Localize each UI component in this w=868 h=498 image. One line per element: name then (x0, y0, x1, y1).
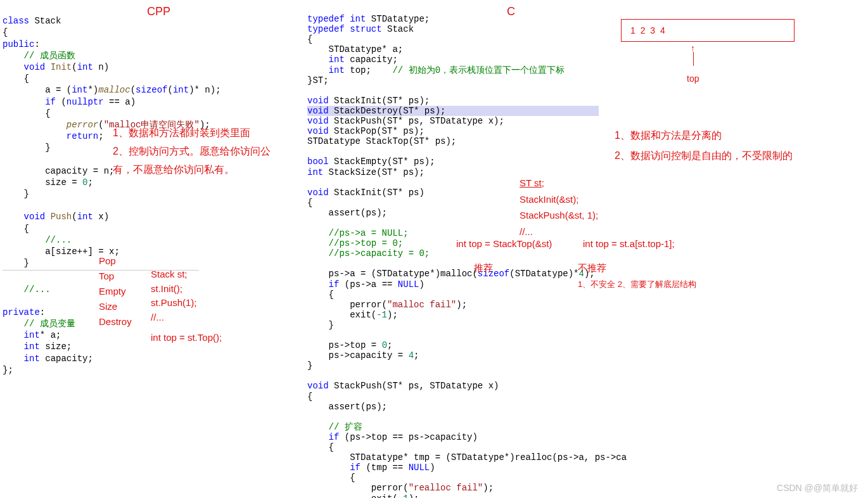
comment-member-var: // 成员变量 (24, 319, 75, 329)
c-usage-example: ST st; StackInit(&st); StackPush(&st, 1)… (520, 175, 598, 239)
comment-member-func: // 成员函数 (24, 51, 75, 61)
recommend-label: 推荐 (474, 262, 493, 274)
c-anno-1: 1、数据和方法是分离的 (615, 125, 793, 146)
top-label: top (687, 73, 699, 84)
good-access: int top = StackTop(&st) (456, 238, 552, 249)
highlighted-line: void StackDestroy(ST* ps); (307, 106, 599, 116)
cpp-label: CPP (147, 5, 170, 18)
c-code-block: typedef int STDatatype; typedef struct S… (307, 4, 627, 498)
stack-visual-box: 1 2 3 4 (621, 19, 795, 42)
private-keyword: private (3, 307, 40, 317)
public-keyword: public (3, 39, 34, 49)
not-recommend-label: 不推荐 (578, 262, 606, 274)
cpp-usage-example: Stack st; st.Init(); st.Push(1); //... i… (151, 267, 222, 345)
c-anno-2: 2、数据访问控制是自由的，不受限制的 (615, 146, 793, 166)
cpp-anno-2: 2、控制访问方式。愿意给你访问公有，不愿意给你访问私有。 (113, 143, 290, 179)
reason-text: 1、不安全 2、需要了解底层结构 (578, 279, 696, 290)
bad-access: int top = st.a[st.top-1]; (583, 238, 675, 249)
cpp-annotation: 1、数据和方法都封装到类里面 2、控制访问方式。愿意给你访问公有，不愿意给你访问… (113, 124, 290, 179)
c-annotation: 1、数据和方法是分离的 2、数据访问控制是自由的，不受限制的 (615, 125, 793, 166)
stack-items: 1 2 3 4 (630, 25, 667, 35)
cpp-anno-1: 1、数据和方法都封装到类里面 (113, 124, 290, 143)
cpp-method-list: Pop Top Empty Size Destroy (99, 253, 132, 329)
arrow-up-icon: ↑ (691, 43, 695, 66)
csdn-watermark: CSDN @@简单就好 (777, 483, 858, 494)
